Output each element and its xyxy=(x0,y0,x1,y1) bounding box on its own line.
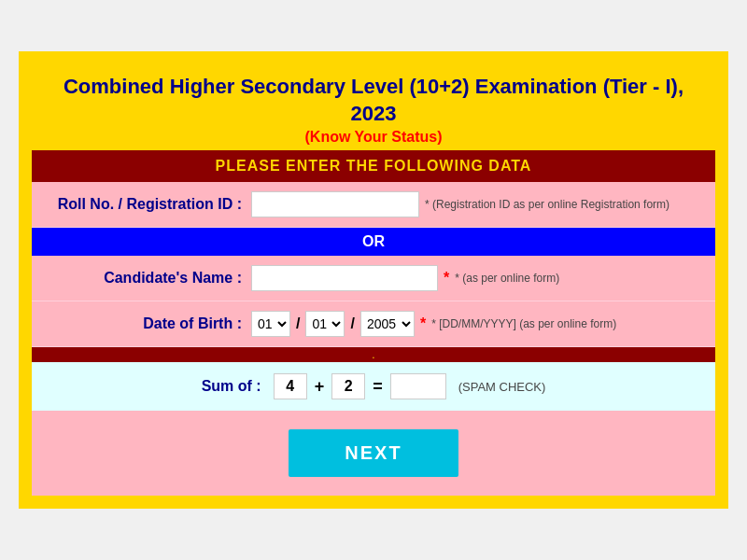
outer-container: Combined Higher Secondary Level (10+2) E… xyxy=(19,51,728,509)
candidate-name-required-star: * xyxy=(444,270,449,287)
dob-required-star: * xyxy=(420,315,426,332)
spam-equals: = xyxy=(373,377,383,397)
dob-sep1: / xyxy=(296,315,300,332)
roll-no-hint: * (Registration ID as per online Registr… xyxy=(425,198,669,211)
dob-sep2: / xyxy=(350,315,354,332)
next-button[interactable]: NEXT xyxy=(289,429,458,477)
candidate-name-input[interactable] xyxy=(251,265,438,291)
spam-operator: + xyxy=(315,377,325,397)
candidate-name-input-area: * * (as per online form) xyxy=(251,265,701,291)
form-container: Roll No. / Registration ID : * (Registra… xyxy=(32,182,715,347)
spam-num1: 4 xyxy=(274,373,307,399)
dob-hint: * [DD/MM/YYYY] (as per online form) xyxy=(431,317,616,330)
next-section: NEXT xyxy=(32,411,715,496)
divider-bar: . xyxy=(32,347,715,362)
spam-check-label: (SPAM CHECK) xyxy=(458,380,546,394)
or-bar: OR xyxy=(32,228,715,256)
roll-no-row: Roll No. / Registration ID : * (Registra… xyxy=(32,182,715,228)
dob-dd-select[interactable]: 0102030405 0607080910 1112131415 1617181… xyxy=(251,311,290,337)
spam-num2: 2 xyxy=(331,373,365,399)
spam-answer-input[interactable] xyxy=(390,373,446,399)
dob-input-area: 0102030405 0607080910 1112131415 1617181… xyxy=(251,311,701,337)
dob-row: Date of Birth : 0102030405 0607080910 11… xyxy=(32,301,715,347)
roll-no-input[interactable] xyxy=(251,191,419,217)
header-title-line2: 2023 xyxy=(351,102,397,125)
roll-no-input-area: * (Registration ID as per online Registr… xyxy=(251,191,701,217)
spam-row: Sum of : 4 + 2 = (SPAM CHECK) xyxy=(32,362,715,411)
header-title: Combined Higher Secondary Level (10+2) E… xyxy=(36,74,711,127)
header-subtitle: (Know Your Status) xyxy=(36,129,711,146)
dob-label: Date of Birth : xyxy=(46,315,251,332)
candidate-name-hint: * (as per online form) xyxy=(455,272,559,285)
header-section: Combined Higher Secondary Level (10+2) E… xyxy=(32,64,715,150)
dob-mm-select[interactable]: 0102030405 0607080910 1112 xyxy=(305,311,345,337)
divider-dot: . xyxy=(372,348,374,361)
data-bar: PLEASE ENTER THE FOLLOWING DATA xyxy=(32,150,715,182)
roll-no-label: Roll No. / Registration ID : xyxy=(46,196,251,213)
candidate-name-row: Candidate's Name : * * (as per online fo… xyxy=(32,256,715,301)
dob-yyyy-select[interactable]: 2005200420032002 2001200019991998 199719… xyxy=(360,311,415,337)
header-title-line1: Combined Higher Secondary Level (10+2) E… xyxy=(63,75,684,98)
spam-label: Sum of : xyxy=(202,378,261,395)
candidate-name-label: Candidate's Name : xyxy=(46,270,251,287)
